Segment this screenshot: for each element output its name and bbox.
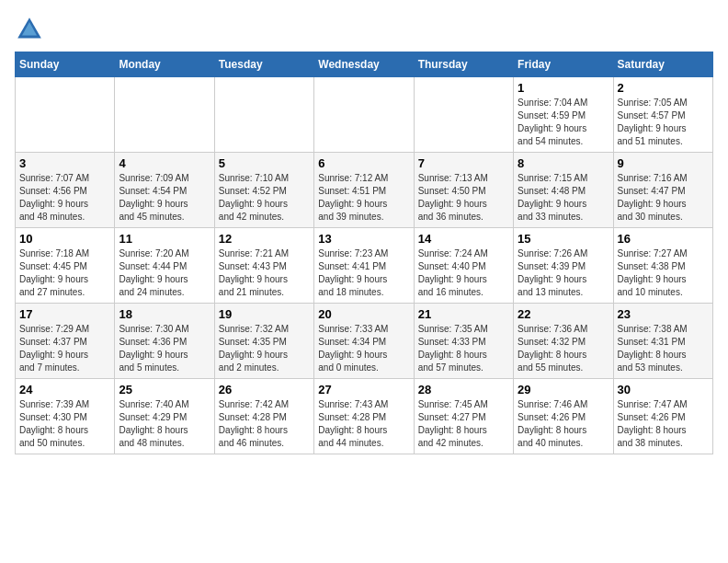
day-number: 15 [518,232,609,246]
day-number: 30 [618,383,709,396]
day-info: Sunrise: 7:40 AM Sunset: 4:29 PM Dayligh… [119,398,210,450]
day-number: 22 [518,307,609,321]
day-number: 4 [119,156,210,170]
day-info: Sunrise: 7:36 AM Sunset: 4:32 PM Dayligh… [518,323,609,374]
week-row-2: 3Sunrise: 7:07 AM Sunset: 4:56 PM Daylig… [16,153,713,228]
day-info: Sunrise: 7:26 AM Sunset: 4:39 PM Dayligh… [518,247,609,299]
day-info: Sunrise: 7:43 AM Sunset: 4:28 PM Dayligh… [318,398,409,450]
week-row-4: 17Sunrise: 7:29 AM Sunset: 4:37 PM Dayli… [16,304,713,379]
day-number: 28 [418,383,509,396]
day-cell: 23Sunrise: 7:38 AM Sunset: 4:31 PM Dayli… [613,304,712,379]
day-cell: 13Sunrise: 7:23 AM Sunset: 4:41 PM Dayli… [314,228,414,304]
day-number: 26 [219,383,310,396]
day-info: Sunrise: 7:07 AM Sunset: 4:56 PM Dayligh… [19,172,110,224]
weekday-header-monday: Monday [115,52,214,77]
day-info: Sunrise: 7:35 AM Sunset: 4:33 PM Dayligh… [418,323,509,374]
day-cell [214,77,313,153]
day-cell: 26Sunrise: 7:42 AM Sunset: 4:28 PM Dayli… [214,379,313,454]
weekday-header-thursday: Thursday [414,52,513,77]
day-cell: 6Sunrise: 7:12 AM Sunset: 4:51 PM Daylig… [314,153,414,228]
day-cell: 21Sunrise: 7:35 AM Sunset: 4:33 PM Dayli… [414,304,513,379]
day-cell: 12Sunrise: 7:21 AM Sunset: 4:43 PM Dayli… [214,228,313,304]
day-number: 21 [418,307,509,321]
day-cell: 8Sunrise: 7:15 AM Sunset: 4:48 PM Daylig… [514,153,613,228]
day-info: Sunrise: 7:12 AM Sunset: 4:51 PM Dayligh… [318,172,409,224]
day-info: Sunrise: 7:15 AM Sunset: 4:48 PM Dayligh… [518,172,609,224]
day-cell: 28Sunrise: 7:45 AM Sunset: 4:27 PM Dayli… [414,379,513,454]
day-cell: 11Sunrise: 7:20 AM Sunset: 4:44 PM Dayli… [115,228,214,304]
day-number: 5 [219,156,310,170]
day-number: 24 [19,383,110,396]
day-cell: 20Sunrise: 7:33 AM Sunset: 4:34 PM Dayli… [314,304,414,379]
day-cell: 4Sunrise: 7:09 AM Sunset: 4:54 PM Daylig… [115,153,214,228]
day-number: 3 [19,156,110,170]
day-cell: 27Sunrise: 7:43 AM Sunset: 4:28 PM Dayli… [314,379,414,454]
day-info: Sunrise: 7:09 AM Sunset: 4:54 PM Dayligh… [119,172,210,224]
day-number: 16 [618,232,709,246]
logo-icon [15,15,44,44]
day-cell: 30Sunrise: 7:47 AM Sunset: 4:26 PM Dayli… [613,379,712,454]
day-info: Sunrise: 7:20 AM Sunset: 4:44 PM Dayligh… [119,247,210,299]
day-info: Sunrise: 7:42 AM Sunset: 4:28 PM Dayligh… [219,398,310,450]
day-info: Sunrise: 7:30 AM Sunset: 4:36 PM Dayligh… [119,323,210,374]
day-number: 25 [119,383,210,396]
day-info: Sunrise: 7:27 AM Sunset: 4:38 PM Dayligh… [618,247,709,299]
day-cell: 24Sunrise: 7:39 AM Sunset: 4:30 PM Dayli… [16,379,115,454]
day-cell: 22Sunrise: 7:36 AM Sunset: 4:32 PM Dayli… [514,304,613,379]
day-number: 23 [618,307,709,321]
day-info: Sunrise: 7:47 AM Sunset: 4:26 PM Dayligh… [618,398,709,450]
day-cell: 18Sunrise: 7:30 AM Sunset: 4:36 PM Dayli… [115,304,214,379]
day-number: 17 [19,307,110,321]
day-number: 14 [418,232,509,246]
day-cell [314,77,414,153]
day-cell: 14Sunrise: 7:24 AM Sunset: 4:40 PM Dayli… [414,228,513,304]
day-info: Sunrise: 7:21 AM Sunset: 4:43 PM Dayligh… [219,247,310,299]
day-info: Sunrise: 7:24 AM Sunset: 4:40 PM Dayligh… [418,247,509,299]
day-cell: 15Sunrise: 7:26 AM Sunset: 4:39 PM Dayli… [514,228,613,304]
day-cell: 1Sunrise: 7:04 AM Sunset: 4:59 PM Daylig… [514,77,613,153]
logo [15,15,48,44]
day-number: 18 [119,307,210,321]
weekday-header-wednesday: Wednesday [314,52,414,77]
day-number: 11 [119,232,210,246]
day-cell: 29Sunrise: 7:46 AM Sunset: 4:26 PM Dayli… [514,379,613,454]
day-info: Sunrise: 7:29 AM Sunset: 4:37 PM Dayligh… [19,323,110,374]
day-number: 8 [518,156,609,170]
day-info: Sunrise: 7:38 AM Sunset: 4:31 PM Dayligh… [618,323,709,374]
calendar-table: SundayMondayTuesdayWednesdayThursdayFrid… [15,52,713,454]
day-info: Sunrise: 7:18 AM Sunset: 4:45 PM Dayligh… [19,247,110,299]
day-number: 10 [19,232,110,246]
day-number: 20 [318,307,409,321]
day-number: 9 [618,156,709,170]
weekday-header-sunday: Sunday [16,52,115,77]
week-row-3: 10Sunrise: 7:18 AM Sunset: 4:45 PM Dayli… [16,228,713,304]
day-cell: 19Sunrise: 7:32 AM Sunset: 4:35 PM Dayli… [214,304,313,379]
day-cell: 10Sunrise: 7:18 AM Sunset: 4:45 PM Dayli… [16,228,115,304]
day-number: 1 [518,81,609,95]
day-cell [16,77,115,153]
day-number: 6 [318,156,409,170]
day-info: Sunrise: 7:45 AM Sunset: 4:27 PM Dayligh… [418,398,509,450]
day-info: Sunrise: 7:33 AM Sunset: 4:34 PM Dayligh… [318,323,409,374]
weekday-header-saturday: Saturday [613,52,712,77]
week-row-5: 24Sunrise: 7:39 AM Sunset: 4:30 PM Dayli… [16,379,713,454]
day-info: Sunrise: 7:13 AM Sunset: 4:50 PM Dayligh… [418,172,509,224]
day-number: 2 [618,81,709,95]
day-cell: 9Sunrise: 7:16 AM Sunset: 4:47 PM Daylig… [613,153,712,228]
day-cell: 5Sunrise: 7:10 AM Sunset: 4:52 PM Daylig… [214,153,313,228]
day-number: 29 [518,383,609,396]
day-cell: 7Sunrise: 7:13 AM Sunset: 4:50 PM Daylig… [414,153,513,228]
day-cell [414,77,513,153]
weekday-header-tuesday: Tuesday [214,52,313,77]
day-info: Sunrise: 7:46 AM Sunset: 4:26 PM Dayligh… [518,398,609,450]
day-cell: 16Sunrise: 7:27 AM Sunset: 4:38 PM Dayli… [613,228,712,304]
day-number: 12 [219,232,310,246]
day-info: Sunrise: 7:16 AM Sunset: 4:47 PM Dayligh… [618,172,709,224]
day-cell: 25Sunrise: 7:40 AM Sunset: 4:29 PM Dayli… [115,379,214,454]
day-number: 19 [219,307,310,321]
day-info: Sunrise: 7:10 AM Sunset: 4:52 PM Dayligh… [219,172,310,224]
day-number: 27 [318,383,409,396]
day-cell [115,77,214,153]
day-cell: 3Sunrise: 7:07 AM Sunset: 4:56 PM Daylig… [16,153,115,228]
day-info: Sunrise: 7:05 AM Sunset: 4:57 PM Dayligh… [618,97,709,148]
